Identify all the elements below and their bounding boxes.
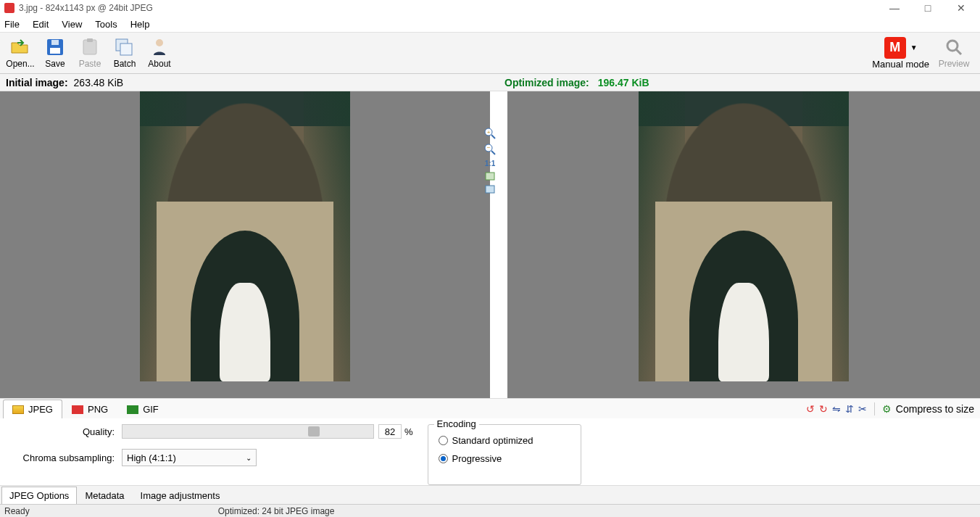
titlebar: 3.jpg - 824x1143 px @ 24bit JPEG — □ ✕: [0, 0, 980, 16]
paste-button: Paste: [72, 33, 107, 73]
save-label: Save: [45, 59, 65, 69]
menu-tools[interactable]: Tools: [95, 19, 117, 30]
quality-slider[interactable]: [122, 424, 374, 439]
about-button[interactable]: About: [142, 33, 177, 73]
open-button[interactable]: Open...: [3, 33, 38, 73]
svg-rect-16: [486, 173, 494, 180]
fit-screen-icon[interactable]: [485, 185, 495, 194]
flip-vertical-icon[interactable]: ⇵: [845, 403, 854, 415]
open-label: Open...: [6, 59, 34, 69]
optimized-image-size: 196.47 KiB: [598, 77, 649, 88]
radio-checked-icon: [439, 454, 448, 463]
paste-icon: [80, 37, 100, 57]
separator: [874, 402, 875, 415]
tab-jpeg-label: JPEG: [28, 404, 53, 415]
encoding-progressive-label: Progressive: [452, 453, 502, 464]
quality-value-input[interactable]: [378, 424, 402, 439]
crop-icon[interactable]: ✂: [858, 403, 867, 415]
close-button[interactable]: ✕: [951, 2, 971, 14]
compress-gear-icon[interactable]: ⚙: [882, 403, 892, 415]
tab-image-adjustments[interactable]: Image adjustments: [133, 487, 228, 504]
chroma-select[interactable]: High (4:1:1) ⌄: [122, 449, 257, 466]
format-tabs-row: JPEG PNG GIF ↺ ↻ ⇋ ⇵ ✂ ⚙ Compress to siz…: [0, 398, 980, 418]
encoding-standard-option[interactable]: Standard optimized: [439, 435, 570, 446]
rotate-cw-icon[interactable]: ↻: [819, 403, 828, 415]
menu-edit[interactable]: Edit: [33, 19, 49, 30]
tab-png-label: PNG: [88, 404, 108, 415]
minimize-button[interactable]: —: [884, 2, 905, 14]
window-title: 3.jpg - 824x1143 px @ 24bit JPEG: [19, 3, 884, 13]
flip-horizontal-icon[interactable]: ⇋: [832, 403, 841, 415]
preview-label: Preview: [939, 59, 970, 69]
about-label: About: [148, 59, 170, 69]
radio-unchecked-icon: [439, 436, 448, 445]
chevron-down-icon: ▼: [910, 44, 918, 51]
svg-line-9: [956, 49, 961, 54]
maximize-button[interactable]: □: [918, 2, 938, 14]
save-button[interactable]: Save: [38, 33, 72, 73]
svg-rect-2: [51, 40, 59, 45]
magnifier-icon: [944, 37, 964, 57]
mode-selector[interactable]: M ▼ Manual mode: [872, 37, 929, 70]
menu-help[interactable]: Help: [130, 19, 150, 30]
encoding-legend: Encoding: [434, 418, 479, 429]
mode-label: Manual mode: [872, 59, 929, 70]
batch-label: Batch: [114, 59, 136, 69]
toolbar: Open... Save Paste Batch About M ▼ Manua…: [0, 32, 980, 74]
menu-file[interactable]: File: [4, 19, 20, 30]
statusbar: Ready Optimized: 24 bit JPEG image: [0, 504, 980, 517]
mode-badge-icon: M: [884, 37, 906, 59]
tab-gif[interactable]: GIF: [117, 400, 168, 418]
bottom-tabs: JPEG Options Metadata Image adjustments: [0, 485, 980, 504]
image-tools-row: ↺ ↻ ⇋ ⇵ ✂ ⚙ Compress to size: [806, 399, 974, 419]
optimized-image-pane[interactable]: [490, 91, 980, 398]
app-icon: [4, 3, 14, 13]
svg-text:−: −: [487, 144, 491, 151]
png-icon: [72, 405, 83, 414]
svg-rect-6: [120, 44, 132, 55]
quality-percent-label: %: [404, 426, 413, 437]
tab-metadata[interactable]: Metadata: [77, 487, 132, 504]
folder-open-icon: [10, 37, 30, 57]
tab-jpeg-options[interactable]: JPEG Options: [1, 487, 77, 504]
tab-png[interactable]: PNG: [62, 400, 117, 418]
size-info-row: Initial image: 263.48 KiB Optimized imag…: [0, 74, 980, 91]
encoding-progressive-option[interactable]: Progressive: [439, 453, 570, 464]
save-icon: [45, 37, 65, 57]
jpeg-icon: [12, 405, 24, 414]
svg-line-14: [491, 151, 495, 154]
svg-rect-17: [486, 186, 494, 193]
svg-point-7: [156, 39, 163, 46]
encoding-standard-label: Standard optimized: [452, 435, 533, 446]
status-ready: Ready: [4, 506, 30, 516]
paste-label: Paste: [79, 59, 101, 69]
preview-button: Preview: [937, 33, 971, 73]
tab-gif-label: GIF: [143, 404, 159, 415]
about-icon: [149, 37, 170, 57]
tab-jpeg[interactable]: JPEG: [3, 400, 62, 418]
status-optimized: Optimized: 24 bit JPEG image: [218, 506, 335, 516]
quality-label: Quality:: [6, 426, 115, 437]
svg-rect-4: [87, 38, 93, 42]
zoom-in-icon[interactable]: +: [484, 128, 496, 139]
optimized-image-label: Optimized image:: [504, 77, 589, 88]
zoom-out-icon[interactable]: −: [484, 144, 496, 155]
jpeg-options-panel: Quality: % Chroma subsampling: High (4:1…: [0, 418, 980, 485]
chevron-down-icon: ⌄: [246, 454, 252, 462]
zoom-toolbar: + − 1:1: [482, 128, 498, 194]
rotate-ccw-icon[interactable]: ↺: [806, 403, 815, 415]
chroma-label: Chroma subsampling:: [6, 452, 115, 463]
fit-window-icon[interactable]: [485, 172, 495, 181]
chroma-value: High (4:1:1): [127, 452, 176, 463]
svg-line-11: [491, 135, 495, 138]
zoom-1to1-button[interactable]: 1:1: [485, 160, 495, 167]
initial-image: [140, 91, 350, 381]
batch-icon: [115, 37, 135, 57]
menu-view[interactable]: View: [62, 19, 82, 30]
compress-to-size-button[interactable]: Compress to size: [896, 403, 974, 415]
encoding-group: Encoding Standard optimized Progressive: [428, 424, 581, 485]
batch-button[interactable]: Batch: [107, 33, 142, 73]
image-viewer: + − 1:1: [0, 91, 980, 398]
initial-image-pane[interactable]: [0, 91, 490, 398]
optimized-image: [639, 91, 849, 381]
